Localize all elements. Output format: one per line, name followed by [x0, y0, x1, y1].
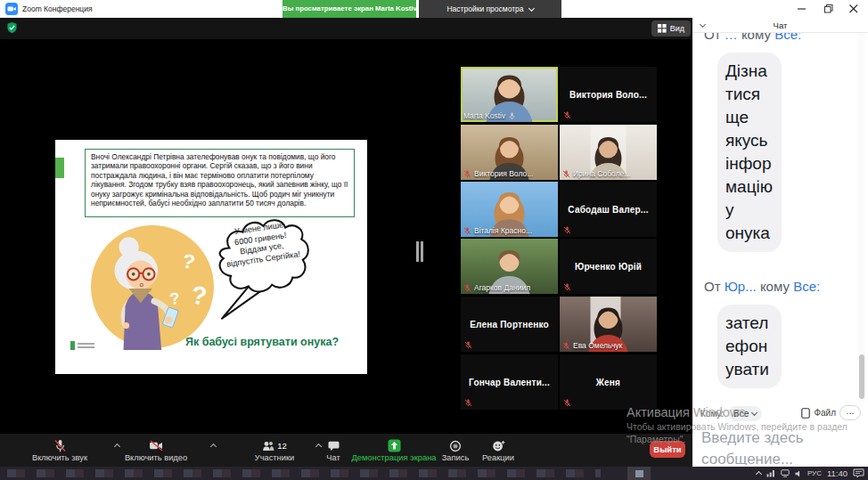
grandmother-illustration: ? ? ?: [89, 224, 216, 350]
participant-tile-agarkov[interactable]: Агарков Даниил: [461, 239, 558, 294]
notification-center-icon[interactable]: [853, 468, 864, 478]
participant-tile-yurchenko[interactable]: Юрченко Юрій: [560, 239, 657, 294]
reactions-button[interactable]: Реакции: [476, 438, 520, 465]
system-tray: РУС 11:40: [757, 467, 864, 480]
chat-messages: От … кому Все: Дізнатися ще якусь інформ…: [692, 33, 868, 403]
participants-count: 12: [277, 441, 287, 451]
volume-icon[interactable]: [795, 470, 802, 477]
participant-tile-viktoria-1[interactable]: Виктория Воло...: [560, 67, 657, 122]
mic-off-icon: [463, 227, 471, 235]
participant-tile-viktoria-2[interactable]: Виктория Воло...: [461, 125, 558, 180]
record-icon: [449, 440, 462, 452]
mic-icon: [508, 112, 516, 120]
slide-question: Як бабусі врятувати онука?: [155, 336, 369, 348]
zoom-window: Zoom Конференция Вы просматриваете экран…: [0, 0, 868, 480]
view-options-button[interactable]: Настройки просмотра: [419, 0, 561, 18]
participant-name: Ирина Соболе...: [573, 169, 630, 178]
close-button[interactable]: [841, 0, 865, 18]
window-title: Zoom Конференция: [22, 0, 93, 18]
windows-taskbar: РУС 11:40: [0, 467, 868, 480]
tray-expand-icon[interactable]: [756, 471, 762, 477]
display-icon[interactable]: [781, 469, 790, 477]
mic-off-icon: [563, 226, 571, 234]
participant-tile-elena[interactable]: Елена Портненко: [461, 297, 558, 352]
view-button-label: Вид: [670, 24, 684, 33]
meeting-toolbar: Включить звук Включить видео 12 Участник…: [0, 434, 692, 467]
mic-off-icon: [464, 399, 472, 407]
security-shield-icon[interactable]: [6, 21, 18, 34]
record-button[interactable]: Запись: [433, 438, 478, 465]
sender-link[interactable]: …: [725, 33, 738, 42]
participant-name: Виктория Воло...: [560, 67, 657, 122]
presentation-slide: Вночі Олександрі Петрівна зателефонував …: [55, 140, 367, 374]
chevron-up-icon[interactable]: [210, 443, 217, 450]
participant-name: Виктория Воло...: [474, 169, 533, 178]
mic-off-icon: [562, 170, 570, 178]
participant-name: Гончар Валенти...: [461, 354, 558, 410]
chat-header: Чат: [692, 18, 868, 33]
chat-compose-bar: Кому: Все Файл ...: [692, 403, 868, 424]
slide-story-text: Вночі Олександрі Петрівна зателефонував …: [85, 149, 355, 217]
recipient-link[interactable]: Все:: [793, 279, 820, 294]
slide-edge-accent: [55, 158, 64, 178]
mic-off-icon: [464, 341, 472, 349]
mic-off-icon: [563, 111, 571, 119]
chat-bubble: Дізнатися ще якусь інформацію у онука: [717, 53, 782, 252]
reactions-icon: [492, 440, 505, 452]
sender-link[interactable]: Юр...: [725, 279, 757, 294]
mic-off-icon: [563, 283, 571, 291]
chevron-down-icon: [528, 4, 535, 11]
chat-bubble: зателефонувати: [717, 305, 782, 388]
recipient-select[interactable]: Все: [728, 406, 762, 421]
participant-tile-eva[interactable]: Ева Омельчук: [560, 297, 657, 352]
viewing-screen-banner: Вы просматриваете экран Marta Kostiv: [283, 0, 416, 18]
scroll-indicator[interactable]: [416, 241, 423, 262]
participant-tile-marta-kostiv[interactable]: Marta Kostiv: [461, 67, 558, 122]
maximize-button[interactable]: [816, 0, 840, 18]
file-button[interactable]: Файл: [814, 408, 836, 418]
start-video-button[interactable]: Включить видео: [107, 438, 205, 465]
network-icon[interactable]: [766, 469, 775, 477]
participants-button[interactable]: 12 Участники: [239, 438, 310, 465]
participant-name: Агарков Даниил: [474, 283, 530, 292]
chat-scrollbar-track[interactable]: [858, 33, 865, 403]
participant-name: Юрченко Юрій: [560, 239, 657, 294]
grid-view-icon: [658, 24, 667, 33]
message-sender-line: От … кому Все:: [704, 33, 868, 42]
chevron-down-icon: [751, 409, 757, 415]
minimize-button[interactable]: [790, 0, 814, 18]
chat-scrollbar-thumb[interactable]: [859, 354, 864, 399]
clock[interactable]: 11:40: [827, 468, 848, 478]
mic-off-icon: [463, 284, 471, 292]
unmute-button[interactable]: Включить звук: [11, 438, 109, 465]
taskbar-active-app[interactable]: [627, 467, 651, 480]
chat-message-input[interactable]: [700, 426, 858, 465]
participant-tile-gonchar[interactable]: Гончар Валенти...: [461, 354, 558, 410]
more-button[interactable]: ...: [839, 405, 861, 420]
participants-icon: [262, 441, 274, 452]
chat-icon: [328, 441, 340, 452]
participant-tile-irina[interactable]: Ирина Соболе...: [560, 125, 657, 180]
title-bar: Zoom Конференция Вы просматриваете экран…: [0, 0, 868, 18]
share-screen-button[interactable]: Демонстрация экрана: [349, 438, 438, 465]
participant-name: Ева Омельчук: [573, 341, 622, 350]
participant-tile-zhenya[interactable]: Женя: [560, 354, 657, 410]
participant-name: Сабодаш Валер...: [560, 182, 657, 237]
gallery-view-button[interactable]: Вид: [651, 20, 691, 37]
participant-name: Женя: [560, 354, 657, 410]
language-indicator[interactable]: РУС: [807, 469, 822, 477]
participant-name: Елена Портненко: [461, 297, 558, 352]
mic-off-icon: [563, 399, 571, 407]
recipient-link[interactable]: Все:: [774, 33, 801, 42]
zoom-app-icon: [5, 3, 18, 15]
leave-meeting-button[interactable]: Выйти: [650, 441, 685, 458]
view-options-label: Настройки просмотра: [446, 4, 523, 13]
file-icon: [801, 408, 810, 419]
message-sender-line: От Юр... кому Все:: [704, 279, 868, 294]
participant-name: Віталія Красно...: [474, 226, 532, 235]
taskbar-app-icons[interactable]: [7, 469, 601, 477]
participant-tile-sabodash[interactable]: Сабодаш Валер...: [560, 182, 657, 237]
mic-off-icon: [562, 342, 570, 350]
chat-button[interactable]: Чат: [314, 438, 353, 465]
participant-tile-vitalia[interactable]: Віталія Красно...: [461, 182, 558, 237]
